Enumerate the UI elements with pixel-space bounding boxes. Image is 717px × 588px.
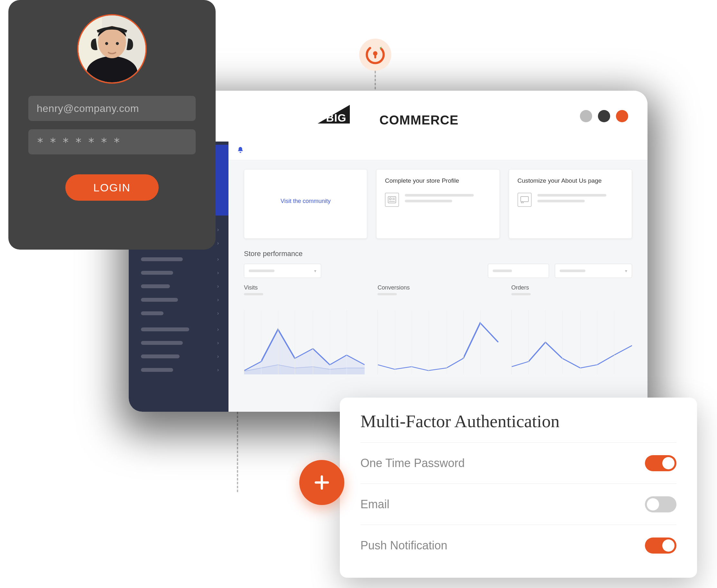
chevron-right-icon: › (217, 256, 219, 262)
period-dropdown-2[interactable] (488, 264, 549, 278)
mfa-row-otp: One Time Password (361, 442, 676, 483)
chevron-right-icon: › (217, 327, 219, 332)
connector-dash-bottom (237, 412, 238, 492)
utility-bar (228, 142, 648, 160)
email-toggle[interactable] (645, 496, 676, 512)
card-title: Complete your store Profile (385, 177, 491, 184)
svg-point-7 (105, 42, 108, 45)
svg-point-8 (116, 42, 119, 45)
chevron-right-icon: › (217, 310, 219, 316)
sidebar-item[interactable]: › (141, 308, 219, 318)
bigcommerce-logo: BIG COMMERCE (317, 105, 458, 127)
mfa-row-email: Email (361, 483, 676, 525)
mfa-title: Multi-Factor Authentication (361, 411, 676, 442)
connector-dash-top (374, 71, 376, 93)
store-performance-title: Store performance (228, 239, 648, 262)
window-dot-min[interactable] (580, 110, 592, 122)
sidebar-item[interactable]: › (141, 281, 219, 291)
period-dropdown-1[interactable]: ▾ (244, 264, 321, 278)
login-card: henry@company.com ******* LOGIN (8, 0, 216, 250)
sidebar-item[interactable]: › (141, 365, 219, 375)
about-card[interactable]: Customize your About Us page (509, 169, 632, 239)
mfa-panel: Multi-Factor Authentication One Time Pas… (340, 398, 697, 578)
chart-visits: Visits (244, 285, 365, 374)
window-dot-close[interactable] (616, 110, 628, 122)
password-field[interactable]: ******* (28, 129, 196, 154)
community-link[interactable]: Visit the community (281, 198, 331, 205)
caret-down-icon: ▾ (625, 268, 627, 273)
main-area: Visit the community Complete your store … (228, 142, 648, 412)
password-mask: ******* (37, 135, 126, 149)
period-dropdown-3[interactable]: ▾ (555, 264, 632, 278)
chart-conversions: Conversions (377, 285, 498, 374)
chevron-right-icon: › (217, 340, 219, 346)
chevron-right-icon: › (217, 227, 219, 233)
svg-rect-2 (374, 54, 376, 59)
sidebar-item[interactable]: › (141, 324, 219, 335)
chevron-right-icon: › (217, 297, 219, 303)
chevron-right-icon: › (217, 270, 219, 276)
chevron-right-icon: › (217, 354, 219, 359)
customize-icon (517, 193, 532, 207)
svg-point-12 (389, 198, 391, 200)
avatar (77, 14, 147, 84)
sidebar-item[interactable]: › (141, 351, 219, 361)
caret-down-icon: ▾ (314, 268, 316, 273)
svg-point-17 (521, 202, 523, 204)
svg-rect-16 (521, 196, 528, 202)
community-card[interactable]: Visit the community (244, 169, 367, 239)
login-button[interactable]: LOGIN (65, 174, 159, 201)
profile-card[interactable]: Complete your store Profile (376, 169, 499, 239)
add-button[interactable] (299, 460, 344, 505)
email-field[interactable]: henry@company.com (28, 96, 196, 121)
sidebar-item[interactable]: › (141, 295, 219, 305)
sidebar-item[interactable]: › (141, 338, 219, 348)
chevron-right-icon: › (217, 240, 219, 246)
mfa-row-push: Push Notification (361, 525, 676, 566)
email-value: henry@company.com (37, 103, 139, 114)
mfa-label: Push Notification (361, 539, 447, 552)
profile-icon (385, 193, 399, 207)
security-badge (359, 39, 391, 71)
sidebar-item[interactable]: › (141, 254, 219, 265)
plus-icon (313, 474, 331, 491)
mfa-label: Email (361, 498, 389, 511)
push-toggle[interactable] (645, 538, 676, 553)
svg-text:BIG: BIG (326, 112, 346, 124)
card-title: Customize your About Us page (517, 177, 623, 184)
mfa-label: One Time Password (361, 457, 465, 470)
sidebar-item[interactable]: › (141, 268, 219, 278)
otp-toggle[interactable] (645, 455, 676, 471)
bell-icon[interactable] (237, 146, 244, 155)
chevron-right-icon: › (217, 367, 219, 373)
chart-orders: Orders (511, 285, 632, 374)
chevron-right-icon: › (217, 284, 219, 289)
security-lock-icon (365, 45, 385, 65)
window-dot-max[interactable] (598, 110, 610, 122)
window-controls (580, 110, 628, 122)
